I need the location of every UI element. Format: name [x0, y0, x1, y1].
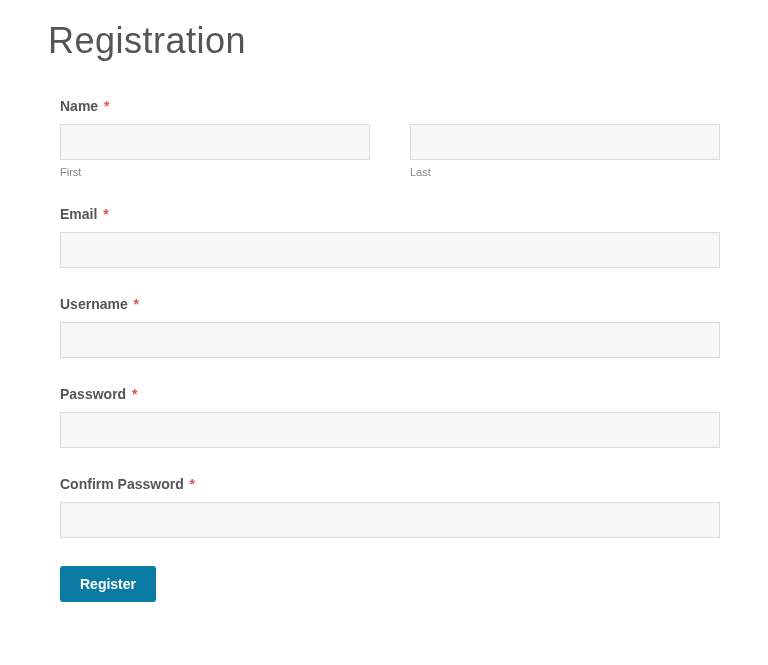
last-name-col: Last: [410, 124, 720, 178]
required-marker: *: [190, 476, 195, 492]
email-label: Email *: [60, 206, 720, 222]
username-field-group: Username *: [60, 296, 720, 358]
confirm-password-label: Confirm Password *: [60, 476, 720, 492]
first-name-col: First: [60, 124, 370, 178]
name-field-group: Name * First Last: [60, 98, 720, 178]
required-marker: *: [103, 206, 108, 222]
confirm-password-field-group: Confirm Password *: [60, 476, 720, 538]
required-marker: *: [132, 386, 137, 402]
confirm-password-field[interactable]: [60, 502, 720, 538]
email-field[interactable]: [60, 232, 720, 268]
name-label: Name *: [60, 98, 720, 114]
email-label-text: Email: [60, 206, 97, 222]
last-name-sublabel: Last: [410, 166, 720, 178]
name-row: First Last: [60, 124, 720, 178]
first-name-sublabel: First: [60, 166, 370, 178]
required-marker: *: [104, 98, 109, 114]
page-title: Registration: [48, 20, 720, 62]
registration-form: Name * First Last Email * Username *: [48, 98, 720, 602]
register-button[interactable]: Register: [60, 566, 156, 602]
password-label-text: Password: [60, 386, 126, 402]
username-label-text: Username: [60, 296, 128, 312]
password-field-group: Password *: [60, 386, 720, 448]
last-name-input[interactable]: [410, 124, 720, 160]
required-marker: *: [134, 296, 139, 312]
name-label-text: Name: [60, 98, 98, 114]
confirm-password-label-text: Confirm Password: [60, 476, 184, 492]
username-label: Username *: [60, 296, 720, 312]
password-label: Password *: [60, 386, 720, 402]
username-field[interactable]: [60, 322, 720, 358]
email-field-group: Email *: [60, 206, 720, 268]
first-name-input[interactable]: [60, 124, 370, 160]
password-field[interactable]: [60, 412, 720, 448]
